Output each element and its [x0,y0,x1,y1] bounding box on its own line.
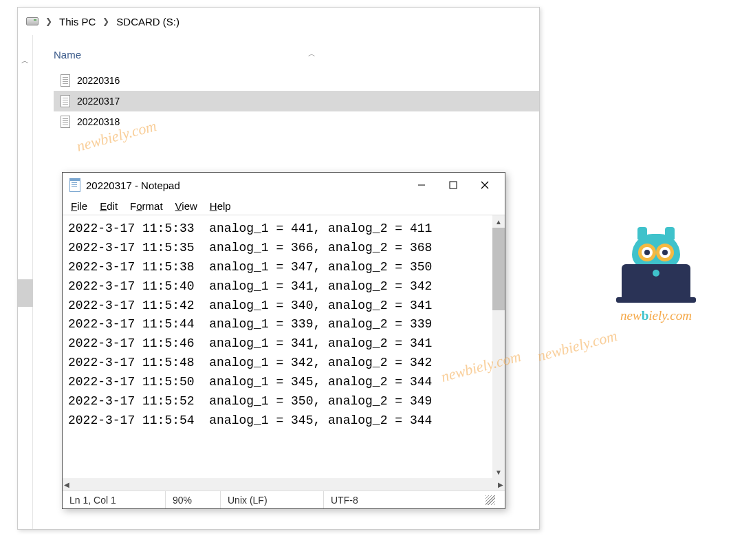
brand-logo: newbiely.com [608,234,704,323]
file-name: 20220318 [77,116,120,127]
file-row[interactable]: 20220316 [54,70,539,91]
brand-text: newbiely.com [608,308,704,323]
statusbar: Ln 1, Col 1 90% Unix (LF) UTF-8 [63,491,505,508]
laptop-icon [622,264,690,299]
menu-view[interactable]: View [175,200,197,212]
file-name: 20220316 [77,75,120,86]
file-row[interactable]: 20220318 [54,111,539,132]
status-zoom: 90% [166,491,221,508]
drive-icon [26,17,39,25]
scroll-left-icon[interactable]: ◀ [64,481,69,488]
menu-help[interactable]: Help [210,200,231,212]
watermark: newbiely.com [536,327,620,365]
address-bar[interactable]: ❯ This PC ❯ SDCARD (S:) [18,8,539,35]
vertical-scrollbar[interactable]: ▲ ▼ [492,215,505,478]
scroll-right-icon[interactable]: ▶ [498,481,503,488]
text-area[interactable]: 2022-3-17 11:5:33 analog_1 = 441, analog… [63,215,492,478]
close-button[interactable] [469,175,501,195]
file-row[interactable]: 20220317 [54,91,539,111]
owl-icon [632,234,680,268]
chevron-right-icon[interactable]: ❯ [45,17,52,26]
maximize-button[interactable] [437,175,469,195]
breadcrumb-root[interactable]: This PC [59,16,96,28]
left-scrollbar-thumb[interactable] [18,279,33,307]
column-name[interactable]: Name [54,49,287,61]
status-eol: Unix (LF) [221,491,324,508]
resize-grip-icon[interactable] [485,495,495,505]
breadcrumb-path[interactable]: SDCARD (S:) [116,16,179,28]
chevron-right-icon[interactable]: ❯ [102,17,109,26]
notepad-window: 20220317 - Notepad File Edit Format View… [62,172,505,509]
column-headers: Name ︿ [54,49,539,61]
scrollbar-thumb[interactable] [492,228,505,310]
notepad-icon [69,178,80,192]
sort-indicator-icon[interactable]: ︿ [308,49,316,61]
menu-edit[interactable]: Edit [100,200,118,212]
document-icon [61,116,70,128]
status-encoding: UTF-8 [324,491,505,508]
titlebar[interactable]: 20220317 - Notepad [63,173,505,197]
menubar: File Edit Format View Help [63,197,505,215]
minimize-button[interactable] [406,175,437,195]
status-position: Ln 1, Col 1 [63,491,166,508]
file-name: 20220317 [77,96,120,107]
scroll-up-icon[interactable]: ▲ [492,215,505,228]
svg-rect-1 [450,182,457,189]
menu-format[interactable]: Format [130,200,163,212]
window-title: 20220317 - Notepad [86,180,406,191]
horizontal-scrollbar[interactable]: ◀ ▶ [63,478,505,491]
document-icon [61,74,70,87]
scroll-down-icon[interactable]: ▼ [492,466,505,478]
document-icon [61,95,70,107]
menu-file[interactable]: File [71,200,87,212]
